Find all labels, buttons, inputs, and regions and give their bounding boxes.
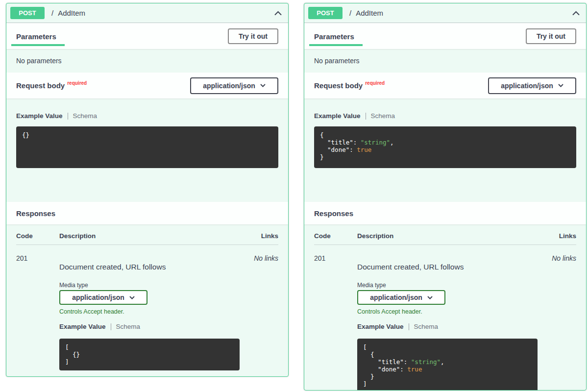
request-example-section: Example Value Schema { "title": "string"… xyxy=(304,98,586,202)
media-type-value: application/json xyxy=(370,294,422,301)
operation-path: / AddItem xyxy=(51,9,85,17)
response-code: 201 xyxy=(314,254,357,391)
required-badge: required xyxy=(365,80,385,86)
operation-summary[interactable]: POST / AddItem xyxy=(6,3,288,23)
responses-title: Responses xyxy=(314,209,353,218)
no-parameters-text: No parameters xyxy=(304,49,586,73)
media-type-select[interactable]: application/json xyxy=(357,290,445,305)
operation-summary[interactable]: POST / AddItem xyxy=(304,3,586,23)
col-code: Code xyxy=(16,232,59,240)
tab-divider xyxy=(111,323,111,330)
required-badge: required xyxy=(67,80,87,86)
operation-panel-right: POST / AddItem Parameters Try it out No … xyxy=(304,3,587,391)
media-type-label: Media type xyxy=(357,282,547,289)
path-separator: / xyxy=(51,9,53,17)
try-it-out-button[interactable]: Try it out xyxy=(526,28,576,44)
parameters-header: Parameters Try it out xyxy=(304,23,586,49)
tab-example-value[interactable]: Example Value xyxy=(357,323,404,330)
tab-parameters: Parameters xyxy=(309,32,363,46)
response-description: Document created, URL follows xyxy=(357,263,547,271)
tab-divider xyxy=(409,323,409,330)
method-badge: POST xyxy=(308,7,343,19)
tab-example-value[interactable]: Example Value xyxy=(16,112,63,120)
response-links: No links xyxy=(547,254,576,391)
tab-divider xyxy=(366,113,366,120)
chevron-up-icon xyxy=(274,11,282,16)
response-example-code: [ {}] xyxy=(59,339,240,370)
media-type-select[interactable]: application/json xyxy=(59,290,147,305)
chevron-down-icon xyxy=(427,296,433,299)
path-name: AddItem xyxy=(58,9,85,17)
col-description: Description xyxy=(357,232,547,240)
responses-title: Responses xyxy=(16,209,55,218)
accept-header-note: Controls Accept header. xyxy=(357,308,547,315)
col-description: Description xyxy=(59,232,249,240)
request-body-title: Request body xyxy=(314,81,363,90)
tab-example-value[interactable]: Example Value xyxy=(59,323,106,330)
response-description-cell: Document created, URL follows Media type… xyxy=(59,254,249,370)
response-code: 201 xyxy=(16,254,59,370)
request-content-type-select[interactable]: application/json xyxy=(190,77,278,94)
tab-schema[interactable]: Schema xyxy=(73,112,98,120)
response-row: 201 Document created, URL follows Media … xyxy=(16,245,278,370)
request-example-code: {} xyxy=(16,126,278,168)
example-tabs: Example Value Schema xyxy=(357,323,547,330)
responses-table: Code Description Links 201 Document crea… xyxy=(6,224,288,376)
request-body-header: Request body required application/json xyxy=(304,73,586,98)
response-row: 201 Document created, URL follows Media … xyxy=(314,245,576,391)
responses-table: Code Description Links 201 Document crea… xyxy=(304,224,586,391)
request-content-type-value: application/json xyxy=(501,82,553,90)
parameters-header: Parameters Try it out xyxy=(6,23,288,49)
request-example-code: { "title": "string", "done": true} xyxy=(314,126,576,168)
responses-header: Responses xyxy=(304,202,586,224)
chevron-down-icon xyxy=(260,84,266,87)
tab-divider xyxy=(68,113,68,120)
example-tabs: Example Value Schema xyxy=(59,323,249,330)
operation-panel-left: POST / AddItem Parameters Try it out No … xyxy=(6,3,289,377)
tab-example-value[interactable]: Example Value xyxy=(314,112,361,120)
try-it-out-button[interactable]: Try it out xyxy=(228,28,278,44)
media-type-value: application/json xyxy=(72,294,124,301)
response-description: Document created, URL follows xyxy=(59,263,249,271)
responses-header: Responses xyxy=(6,202,288,224)
path-name: AddItem xyxy=(356,9,383,17)
tab-parameters: Parameters xyxy=(11,32,65,46)
accept-header-note: Controls Accept header. xyxy=(59,308,249,315)
col-links: Links xyxy=(249,232,278,240)
response-links: No links xyxy=(249,254,278,370)
request-body-header: Request body required application/json xyxy=(6,73,288,98)
col-code: Code xyxy=(314,232,357,240)
responses-table-head: Code Description Links xyxy=(16,232,278,245)
path-separator: / xyxy=(349,9,351,17)
request-content-type-select[interactable]: application/json xyxy=(488,77,576,94)
operation-path: / AddItem xyxy=(349,9,383,17)
method-badge: POST xyxy=(10,7,45,19)
request-body-title: Request body xyxy=(16,81,65,90)
chevron-down-icon xyxy=(558,84,564,87)
collapse-button[interactable] xyxy=(571,9,581,18)
tab-schema[interactable]: Schema xyxy=(371,112,395,120)
col-links: Links xyxy=(547,232,576,240)
no-parameters-text: No parameters xyxy=(6,49,288,73)
response-description-cell: Document created, URL follows Media type… xyxy=(357,254,547,391)
responses-table-head: Code Description Links xyxy=(314,232,576,245)
request-example-section: Example Value Schema {} xyxy=(6,98,288,202)
collapse-button[interactable] xyxy=(273,9,283,18)
example-tabs: Example Value Schema xyxy=(16,112,278,120)
media-type-label: Media type xyxy=(59,282,249,289)
chevron-down-icon xyxy=(129,296,135,299)
example-tabs: Example Value Schema xyxy=(314,112,576,120)
chevron-up-icon xyxy=(572,11,580,16)
tab-schema[interactable]: Schema xyxy=(414,323,439,330)
tab-schema[interactable]: Schema xyxy=(116,323,141,330)
response-example-code: [ { "title": "string", "done": true }] xyxy=(357,339,538,391)
request-content-type-value: application/json xyxy=(203,82,255,90)
